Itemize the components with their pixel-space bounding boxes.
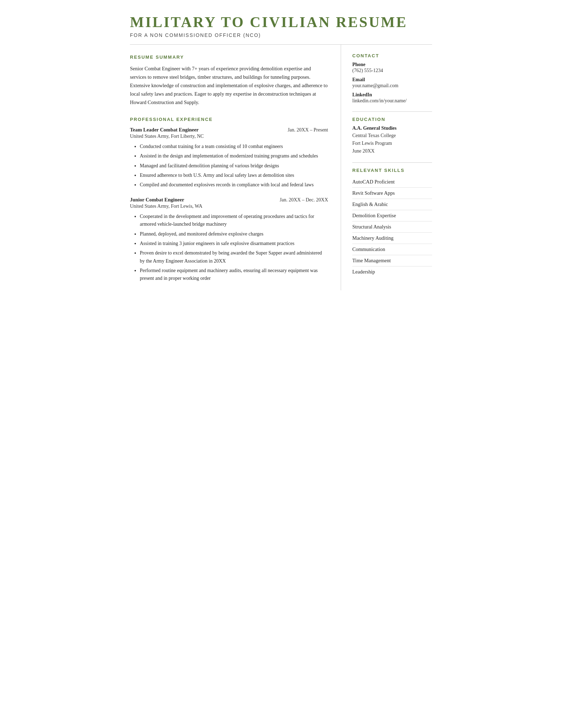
edu-school: Central Texas College	[352, 132, 432, 140]
phone-label: Phone	[352, 62, 432, 67]
bullet-1-5: Compiled and documented explosives recor…	[140, 181, 328, 189]
job-dates-1: Jan. 20XX – Present	[288, 127, 328, 133]
right-column: CONTACT Phone (762) 555-1234 Email your.…	[341, 45, 432, 290]
skill-1: AutoCAD Proficient	[352, 176, 432, 188]
skill-9: Leadership	[352, 266, 432, 277]
phone-value: (762) 555-1234	[352, 68, 432, 73]
linkedin-label: LinkedIn	[352, 92, 432, 98]
edu-degree: A.A. General Studies	[352, 125, 432, 131]
bullet-1-3: Managed and facilitated demolition plann…	[140, 162, 328, 170]
skill-3: English & Arabic	[352, 199, 432, 210]
job-bullets-2: Cooperated in the development and improv…	[130, 213, 328, 283]
edu-program: Fort Lewis Program	[352, 140, 432, 147]
right-divider-2	[352, 162, 432, 163]
job-title-row-1: Team Leader Combat Engineer Jan. 20XX – …	[130, 127, 328, 133]
job-dates-2: Jan. 20XX – Dec. 20XX	[280, 197, 328, 203]
job-title-row-2: Junior Combat Engineer Jan. 20XX – Dec. …	[130, 197, 328, 203]
email-label: Email	[352, 77, 432, 83]
summary-heading: RESUME SUMMARY	[130, 54, 328, 60]
experience-heading: PROFESSIONAL EXPERIENCE	[130, 117, 328, 122]
bullet-2-2: Planned, deployed, and monitored defensi…	[140, 230, 328, 238]
skill-8: Time Management	[352, 255, 432, 266]
skills-section: RELEVANT SKILLS AutoCAD Proficient Revit…	[352, 168, 432, 277]
linkedin-value: linkedin.com/in/your.name/	[352, 98, 432, 104]
right-divider-1	[352, 111, 432, 112]
summary-text: Senior Combat Engineer with 7+ years of …	[130, 65, 328, 107]
bullet-1-4: Ensured adherence to both U.S. Army and …	[140, 172, 328, 179]
contact-heading: CONTACT	[352, 53, 432, 58]
experience-section: PROFESSIONAL EXPERIENCE Team Leader Comb…	[130, 117, 328, 283]
subtitle: FOR A NON COMMISSIONED OFFICER (NCO)	[130, 32, 432, 38]
header: MILITARY TO CIVILIAN RESUME FOR A NON CO…	[130, 14, 432, 38]
skill-7: Communication	[352, 244, 432, 255]
job-org-1: United States Army, Fort Liberty, NC	[130, 134, 328, 139]
job-block-2: Junior Combat Engineer Jan. 20XX – Dec. …	[130, 197, 328, 283]
bullet-1-1: Conducted combat training for a team con…	[140, 143, 328, 150]
contact-section: CONTACT Phone (762) 555-1234 Email your.…	[352, 53, 432, 104]
left-column: RESUME SUMMARY Senior Combat Engineer wi…	[130, 45, 341, 290]
skills-heading: RELEVANT SKILLS	[352, 168, 432, 173]
body-layout: RESUME SUMMARY Senior Combat Engineer wi…	[130, 45, 432, 290]
job-title-2: Junior Combat Engineer	[130, 197, 184, 203]
edu-date: June 20XX	[352, 147, 432, 155]
bullet-2-3: Assisted in training 3 junior engineers …	[140, 240, 328, 247]
email-value: your.name@gmail.com	[352, 83, 432, 89]
job-block-1: Team Leader Combat Engineer Jan. 20XX – …	[130, 127, 328, 189]
main-title: MILITARY TO CIVILIAN RESUME	[130, 14, 432, 30]
job-title-1: Team Leader Combat Engineer	[130, 127, 198, 133]
skill-5: Structural Analysis	[352, 221, 432, 233]
job-org-2: United States Army, Fort Lewis, WA	[130, 204, 328, 209]
bullet-2-4: Proven desire to excel demonstrated by b…	[140, 249, 328, 265]
job-bullets-1: Conducted combat training for a team con…	[130, 143, 328, 189]
bullet-2-5: Performed routine equipment and machiner…	[140, 267, 328, 283]
education-heading: EDUCATION	[352, 117, 432, 122]
bullet-1-2: Assisted in the design and implementatio…	[140, 152, 328, 160]
bullet-2-1: Cooperated in the development and improv…	[140, 213, 328, 228]
skill-2: Revit Software Apps	[352, 188, 432, 199]
skill-6: Machinery Auditing	[352, 233, 432, 244]
summary-section: RESUME SUMMARY Senior Combat Engineer wi…	[130, 54, 328, 107]
education-section: EDUCATION A.A. General Studies Central T…	[352, 117, 432, 155]
skill-4: Demolition Expertise	[352, 210, 432, 221]
